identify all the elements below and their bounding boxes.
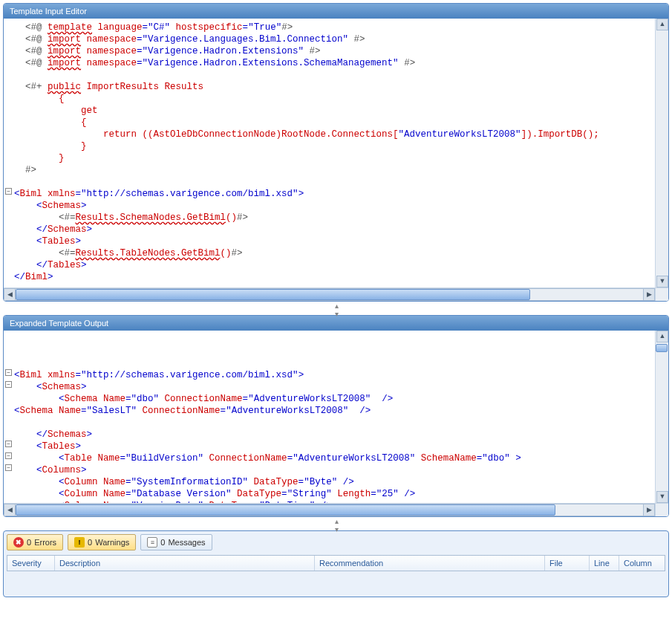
- scroll-track[interactable]: [16, 504, 643, 516]
- splitter-grip-icon: ▴▾: [335, 302, 338, 318]
- scroll-corner: [655, 503, 668, 516]
- col-file[interactable]: File: [545, 556, 590, 571]
- scroll-thumb[interactable]: [656, 344, 668, 352]
- scroll-up-icon[interactable]: ▲: [656, 331, 668, 342]
- error-grid-header: Severity Description Recommendation File…: [7, 555, 665, 571]
- output-panel-title: Expanded Template Output: [4, 316, 668, 331]
- warnings-label: Warnings: [95, 538, 129, 547]
- input-code-body[interactable]: <#@ template language="C#" hostspecific=…: [14, 19, 655, 287]
- col-recommendation[interactable]: Recommendation: [315, 556, 545, 571]
- errors-count: 0: [27, 538, 31, 547]
- output-code-area[interactable]: −−−−− <Biml xmlns="http://schemas.varige…: [4, 331, 668, 516]
- scroll-track[interactable]: [16, 288, 643, 301]
- scroll-down-icon[interactable]: ▼: [656, 491, 668, 503]
- input-horizontal-scrollbar[interactable]: ◀ ▶: [4, 287, 655, 301]
- splitter-grip-icon: ▴▾: [335, 517, 338, 533]
- input-gutter: −: [4, 19, 14, 287]
- scroll-thumb[interactable]: [16, 289, 530, 300]
- fold-toggle-icon[interactable]: −: [5, 369, 12, 376]
- error-icon: ✖: [13, 537, 24, 548]
- errors-tab-button[interactable]: ✖ 0 Errors: [7, 534, 63, 550]
- template-input-editor-panel: Template Input Editor − <#@ template lan…: [3, 3, 669, 302]
- output-gutter: −−−−−: [4, 331, 14, 503]
- input-vertical-scrollbar[interactable]: ▲ ▼: [655, 19, 668, 287]
- errors-label: Errors: [34, 538, 56, 547]
- warning-icon: !: [74, 537, 85, 548]
- output-code-body[interactable]: <Biml xmlns="http://schemas.varigence.co…: [14, 331, 655, 503]
- scroll-corner: [655, 287, 668, 301]
- scroll-down-icon[interactable]: ▼: [656, 276, 668, 287]
- messages-tab-button[interactable]: ≡ 0 Messages: [140, 534, 212, 550]
- output-vertical-scrollbar[interactable]: ▲ ▼: [655, 331, 668, 503]
- input-panel-title: Template Input Editor: [4, 4, 668, 19]
- fold-toggle-icon[interactable]: −: [5, 441, 12, 447]
- col-line[interactable]: Line: [590, 556, 619, 571]
- fold-toggle-icon[interactable]: −: [5, 464, 12, 471]
- col-column[interactable]: Column: [619, 556, 665, 571]
- fold-toggle-icon[interactable]: −: [5, 452, 12, 459]
- output-horizontal-scrollbar[interactable]: ◀ ▶: [4, 503, 655, 516]
- scroll-left-icon[interactable]: ◀: [4, 288, 16, 301]
- col-severity[interactable]: Severity: [7, 556, 55, 571]
- scroll-right-icon[interactable]: ▶: [643, 504, 655, 516]
- fold-toggle-icon[interactable]: −: [5, 188, 12, 195]
- warnings-tab-button[interactable]: ! 0 Warnings: [68, 534, 136, 550]
- scroll-thumb[interactable]: [16, 504, 555, 516]
- scroll-right-icon[interactable]: ▶: [643, 288, 655, 301]
- input-code-area[interactable]: − <#@ template language="C#" hostspecifi…: [4, 19, 668, 301]
- warnings-count: 0: [88, 538, 92, 547]
- fold-toggle-icon[interactable]: −: [5, 381, 12, 388]
- col-description[interactable]: Description: [55, 556, 315, 571]
- error-tab-buttons: ✖ 0 Errors ! 0 Warnings ≡ 0 Messages: [7, 534, 665, 550]
- horizontal-splitter[interactable]: ▴▾: [3, 305, 669, 315]
- messages-count: 0: [160, 538, 165, 547]
- message-icon: ≡: [147, 537, 157, 548]
- horizontal-splitter[interactable]: ▴▾: [3, 520, 669, 530]
- error-list-panel: ✖ 0 Errors ! 0 Warnings ≡ 0 Messages Sev…: [3, 530, 669, 597]
- expanded-output-panel: Expanded Template Output −−−−− <Biml xml…: [3, 315, 669, 517]
- messages-label: Messages: [168, 538, 205, 547]
- scroll-left-icon[interactable]: ◀: [4, 504, 16, 516]
- scroll-up-icon[interactable]: ▲: [656, 19, 668, 30]
